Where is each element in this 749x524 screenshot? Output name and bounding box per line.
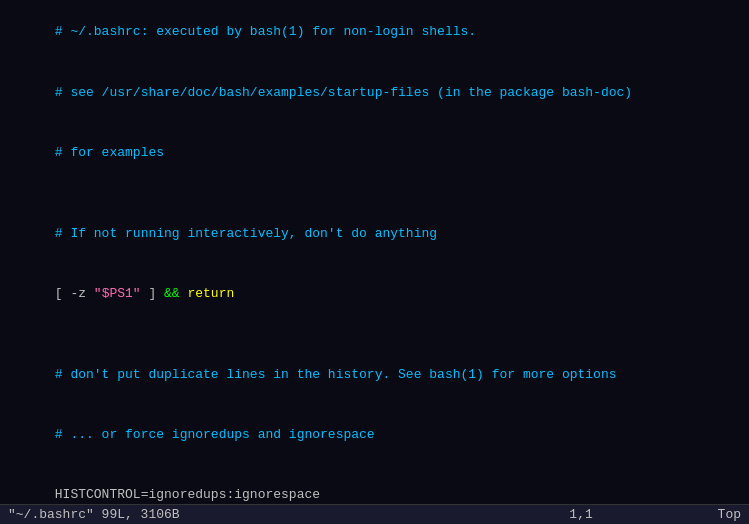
line-10-text: HISTCONTROL=ignoredups:ignorespace <box>55 487 320 502</box>
line-8-text: # don't put duplicate lines in the histo… <box>55 367 617 382</box>
editor-content: # ~/.bashrc: executed by bash(1) for non… <box>0 0 749 504</box>
line-2: # see /usr/share/doc/bash/examples/start… <box>8 62 741 122</box>
line-5-text: # If not running interactively, don't do… <box>55 226 437 241</box>
status-position: 1,1 Top <box>569 507 741 522</box>
line-9: # ... or force ignoredups and ignorespac… <box>8 405 741 465</box>
line-10: HISTCONTROL=ignoredups:ignorespace <box>8 465 741 504</box>
statusbar: "~/.bashrc" 99L, 3106B 1,1 Top <box>0 504 749 524</box>
line-9-text: # ... or force ignoredups and ignorespac… <box>55 427 375 442</box>
status-filename: "~/.bashrc" 99L, 3106B <box>8 507 180 522</box>
line-6: [ -z "$PS1" ] && return <box>8 264 741 324</box>
line-1-text: # ~/.bashrc: executed by bash(1) for non… <box>55 24 476 39</box>
line-6-return: return <box>180 286 235 301</box>
line-6-bracket2: ] <box>141 286 164 301</box>
status-pos-label: Top <box>718 507 741 522</box>
line-empty-1 <box>8 183 741 203</box>
line-6-string: "$PS1" <box>94 286 141 301</box>
line-6-bracket: [ -z <box>55 286 94 301</box>
line-1: # ~/.bashrc: executed by bash(1) for non… <box>8 2 741 62</box>
line-2-text: # see /usr/share/doc/bash/examples/start… <box>55 85 632 100</box>
line-3-text: # for examples <box>55 145 164 160</box>
editor: # ~/.bashrc: executed by bash(1) for non… <box>0 0 749 524</box>
line-empty-2 <box>8 324 741 344</box>
line-8: # don't put duplicate lines in the histo… <box>8 344 741 404</box>
status-pos-num: 1,1 <box>569 507 592 522</box>
line-6-op: && <box>164 286 180 301</box>
line-3: # for examples <box>8 123 741 183</box>
line-5: # If not running interactively, don't do… <box>8 203 741 263</box>
